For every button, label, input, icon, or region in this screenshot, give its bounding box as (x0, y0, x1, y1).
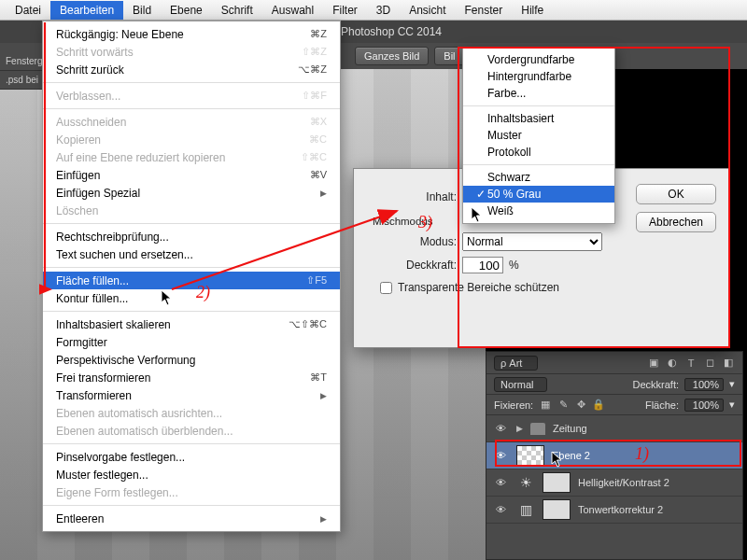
options-whole-image-button[interactable]: Ganzes Bild (355, 47, 429, 65)
menu-hilfe[interactable]: Hilfe (512, 1, 553, 20)
edit-menu-item[interactable]: Inhaltsbasiert skalieren⌥⇧⌘C (43, 315, 340, 333)
inhalt-option[interactable]: Vordergrundfarbe (463, 51, 614, 68)
menu-fenster[interactable]: Fenster (456, 1, 513, 20)
edit-menu-item: Schritt vorwärts⇧⌘Z (43, 43, 340, 61)
edit-menu-item[interactable]: Kontur füllen... (43, 289, 340, 307)
lock-brush-icon[interactable]: ✎ (557, 399, 570, 412)
edit-menu-item[interactable]: Transformieren▶ (43, 386, 340, 404)
menu-item-label: Schritt vorwärts (56, 46, 302, 59)
menu-item-label: Frei transformieren (56, 371, 310, 385)
fill-protect-checkbox-row[interactable]: Transparente Bereiche schützen (380, 281, 714, 294)
edit-menu-item[interactable]: Einfügen⌘V (43, 166, 340, 184)
lock-transparent-icon[interactable]: ▦ (539, 399, 552, 412)
edit-menu-item[interactable]: Muster festlegen... (43, 466, 340, 483)
layer-thumb[interactable] (516, 445, 544, 466)
group-arrow-icon[interactable]: ▶ (516, 424, 523, 433)
filter-smart-icon[interactable]: ◧ (722, 357, 735, 370)
filter-shape-icon[interactable]: ◻ (703, 357, 716, 370)
inhalt-option[interactable]: Hintergrundfarbe (463, 68, 614, 85)
visibility-eye-icon[interactable]: 👁 (492, 504, 509, 515)
edit-menu-item: Auf eine Ebene reduziert kopieren⇧⌘C (43, 148, 340, 166)
fill-cancel-button[interactable]: Abbrechen (636, 212, 716, 232)
edit-menu-item: Ebenen automatisch überblenden... (43, 422, 340, 440)
edit-menu-item[interactable]: Schritt zurück⌥⌘Z (43, 61, 340, 78)
layer-name[interactable]: Tonwertkorrektur 2 (578, 504, 663, 515)
inhalt-option[interactable]: Muster (463, 127, 614, 144)
layer-name[interactable]: Zeitung (553, 423, 587, 434)
edit-menu-item[interactable]: Frei transformieren⌘T (43, 369, 340, 386)
mask-thumb[interactable] (543, 499, 571, 520)
option-label: Weiß (487, 204, 514, 217)
inhalt-option[interactable]: Farbe... (463, 85, 614, 102)
menu-item-label: Rechtschreibprüfung... (56, 231, 327, 244)
menu-auswahl[interactable]: Auswahl (262, 1, 323, 20)
visibility-eye-icon[interactable]: 👁 (492, 477, 509, 488)
edit-menu-item[interactable]: Entleeren▶ (43, 510, 340, 527)
inhalt-option[interactable]: Inhaltsbasiert (463, 110, 614, 127)
edit-menu-item[interactable]: Text suchen und ersetzen... (43, 245, 340, 263)
menu-filter[interactable]: Filter (323, 1, 367, 20)
layer-row[interactable]: 👁☀Helligkeit/Kontrast 2 (486, 469, 742, 497)
menu-ansicht[interactable]: Ansicht (400, 1, 455, 20)
menu-shortcut: ⌘X (310, 116, 327, 128)
option-label: Protokoll (487, 146, 531, 159)
fill-deck-input[interactable] (462, 257, 503, 273)
menu-3d[interactable]: 3D (367, 1, 400, 20)
edit-menu-dropdown: Rückgängig: Neue Ebene⌘ZSchritt vorwärts… (42, 21, 341, 532)
menu-bearbeiten[interactable]: Bearbeiten (50, 1, 123, 20)
options-crop-button[interactable]: Bil (434, 47, 464, 65)
submenu-arrow-icon: ▶ (320, 391, 327, 400)
inhalt-option[interactable]: Protokoll (463, 144, 614, 161)
fill-modus-label: Modus: (369, 235, 457, 248)
lock-move-icon[interactable]: ✥ (574, 399, 587, 412)
layers-opacity-value[interactable]: 100% (684, 378, 724, 391)
edit-menu-item: Kopieren⌘C (43, 131, 340, 148)
layers-fill-scrub-icon[interactable]: ▾ (729, 399, 735, 411)
menu-item-label: Schritt zurück (56, 63, 298, 77)
edit-menu-item[interactable]: Rückgängig: Neue Ebene⌘Z (43, 25, 340, 43)
menu-shortcut: ⇧⌘F (302, 90, 327, 102)
fill-ok-button[interactable]: OK (636, 184, 716, 204)
menu-ebene[interactable]: Ebene (161, 1, 212, 20)
inhalt-option[interactable]: Weiß (463, 203, 614, 219)
menu-item-label: Ausschneiden (56, 116, 310, 129)
lock-all-icon[interactable]: 🔒 (592, 399, 605, 412)
submenu-arrow-icon: ▶ (320, 189, 327, 198)
edit-menu-item[interactable]: Fläche füllen...⇧F5 (43, 272, 340, 289)
menu-item-label: Pinselvorgabe festlegen... (56, 451, 327, 464)
fill-protect-checkbox[interactable] (380, 282, 392, 294)
layers-opacity-scrub-icon[interactable]: ▾ (729, 378, 735, 390)
edit-menu-item[interactable]: Formgitter (43, 333, 340, 351)
layers-kind-select[interactable]: ρ Art (494, 356, 538, 371)
mask-thumb[interactable] (543, 472, 571, 493)
submenu-arrow-icon: ▶ (320, 514, 327, 524)
adjustment-icon: ▥ (516, 502, 535, 517)
edit-menu-item[interactable]: Rechtschreibprüfung... (43, 228, 340, 245)
inhalt-option[interactable]: Schwarz (463, 169, 614, 186)
layers-blend-select[interactable]: Normal (494, 377, 547, 392)
filter-image-icon[interactable]: ▣ (647, 357, 660, 370)
option-label: 50 % Grau (487, 188, 541, 201)
filter-type-icon[interactable]: T (684, 357, 698, 370)
visibility-eye-icon[interactable]: 👁 (492, 450, 509, 461)
edit-menu-item[interactable]: Pinselvorgabe festlegen... (43, 448, 340, 466)
layers-fill-value[interactable]: 100% (684, 399, 724, 412)
filter-adjust-icon[interactable]: ◐ (666, 357, 679, 370)
layers-filter-icons: ▣ ◐ T ◻ ◧ (647, 357, 735, 370)
edit-menu-item[interactable]: Perspektivische Verformung (43, 351, 340, 369)
layer-row[interactable]: 👁Ebene 2 (486, 442, 742, 469)
inhalt-option[interactable]: ✓50 % Grau (463, 186, 614, 203)
edit-menu-item[interactable]: Einfügen Spezial▶ (43, 184, 340, 202)
layer-row[interactable]: 👁▶Zeitung (486, 415, 742, 442)
menu-bild[interactable]: Bild (123, 1, 161, 20)
layer-name[interactable]: Helligkeit/Kontrast 2 (578, 477, 669, 488)
visibility-eye-icon[interactable]: 👁 (492, 423, 509, 434)
fill-modus-select[interactable]: Normal (462, 232, 602, 251)
menu-datei[interactable]: Datei (6, 1, 50, 20)
layer-row[interactable]: 👁▥Tonwertkorrektur 2 (486, 497, 742, 524)
fill-inhalt-popup: VordergrundfarbeHintergrundfarbeFarbe...… (462, 47, 615, 224)
layer-name[interactable]: Ebene 2 (552, 450, 590, 461)
menu-item-label: Formgitter (56, 336, 327, 349)
menu-schrift[interactable]: Schrift (212, 1, 262, 20)
menu-item-label: Ebenen automatisch überblenden... (56, 425, 327, 438)
